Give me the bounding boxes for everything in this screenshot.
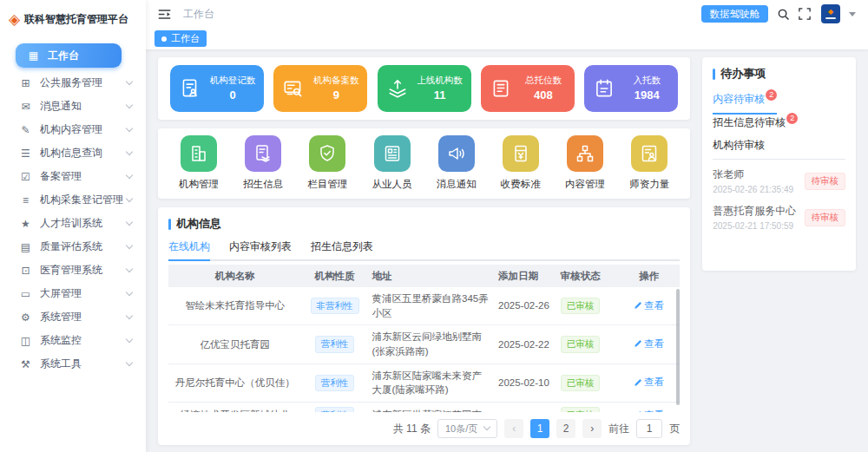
view-link[interactable]: 查看 (634, 408, 664, 412)
app-icon-fees[interactable]: 收费标准 (501, 135, 541, 191)
tab-content-review-list[interactable]: 内容审核列表 (229, 239, 292, 261)
stat-label: 机构备案数 (313, 75, 359, 87)
status-badge: 已审核 (561, 407, 601, 412)
view-link[interactable]: 查看 (634, 375, 664, 390)
tab-content-pending[interactable]: 内容待审核2 (713, 90, 777, 115)
tab-workbench[interactable]: 工作台 (155, 30, 207, 47)
sidebar-item-system-monitor[interactable]: ◫ 系统监控 (0, 329, 146, 352)
sidebar-item-org-collection[interactable]: ≡ 机构采集登记管理 (0, 188, 146, 212)
stat-card-slots: 总托位数 408 (481, 65, 575, 112)
cell-org-name: 经济技术开发区新城幼儿 (168, 403, 302, 412)
teacher-card-icon (639, 143, 660, 164)
fullscreen-icon[interactable] (799, 8, 811, 20)
title-bar-accent (713, 69, 715, 80)
invoice-yuan-icon (510, 143, 531, 164)
sidebar-item-talent-training[interactable]: ★ 人才培训系统 (0, 212, 146, 235)
active-dot-icon (161, 36, 167, 42)
app-icon-teachers[interactable]: 师资力量 (629, 135, 669, 191)
app-icon-staff[interactable]: 从业人员 (372, 135, 412, 191)
pagination-total: 共 11 条 (393, 422, 431, 436)
data-cockpit-button[interactable]: 数据驾驶舱 (701, 5, 769, 23)
view-link[interactable]: 查看 (634, 298, 664, 313)
app-icon-content[interactable]: 内容管理 (565, 135, 605, 191)
gear-icon: ⚙ (19, 311, 32, 324)
col-review-status: 审核状态 (556, 265, 619, 287)
cell-address: 浦东新区云间绿地别墅南(张家浜路南) (368, 325, 495, 364)
newspaper-icon (382, 143, 403, 164)
user-avatar[interactable]: ◆ (821, 4, 840, 23)
cell-date: 2025-02-10 (494, 364, 556, 402)
sidebar: ◈ 联科智慧托育管理平台 ▦ 工作台 ⊞ 公共服务管理 ✉ 消息通知 ✎ 机构内… (0, 0, 146, 452)
app-icon-notification[interactable]: 消息通知 (437, 135, 477, 191)
chevron-down-icon (126, 289, 133, 296)
sidebar-item-org-info-query[interactable]: ☰ 机构信息查询 (0, 141, 146, 165)
grid-icon: ⊞ (19, 77, 32, 89)
todo-item[interactable]: 普惠托育服务中心 2025-02-21 17:50:59 待审核 (713, 196, 845, 233)
tab-org-pending[interactable]: 机构待审核 (713, 136, 765, 159)
megaphone-icon (446, 143, 467, 164)
stat-value: 408 (534, 88, 553, 102)
chevron-down-icon (483, 423, 490, 430)
chevron-down-icon (126, 242, 133, 249)
sidebar-item-medical-care[interactable]: ⊡ 医育管理系统 (0, 259, 146, 282)
cell-date: 2025-02-26 (494, 287, 556, 325)
sidebar-item-system-mgmt[interactable]: ⚙ 系统管理 (0, 305, 146, 329)
sidebar-item-workbench[interactable]: ▦ 工作台 (16, 43, 122, 68)
sidebar-item-filing[interactable]: ☑ 备案管理 (0, 165, 146, 188)
tab-enrollment-pending[interactable]: 招生信息待审核2 (713, 114, 798, 136)
view-link[interactable]: 查看 (634, 337, 664, 351)
todo-item[interactable]: 张老师 2025-02-26 21:35:49 待审核 (713, 160, 845, 196)
monitor-icon: ▭ (19, 288, 32, 300)
nature-badge: 营利性 (315, 375, 355, 391)
sidebar-item-screen-mgmt[interactable]: ▭ 大屏管理 (0, 282, 146, 305)
logo-diamond-icon: ◈ (9, 12, 20, 27)
chevron-down-icon (126, 312, 133, 319)
app-icon-org-mgmt[interactable]: 机构管理 (179, 135, 219, 191)
todo-item-name: 普惠托育服务中心 (713, 204, 796, 219)
table-scrollbar[interactable] (676, 289, 680, 405)
cell-address: 黄浦区五里桥蒙自路345弄小区 (368, 287, 495, 325)
prev-page-button[interactable]: ‹ (504, 419, 523, 438)
table-row: 经济技术开发区新城幼儿 营利性 浦东新区世茂滨江花园南 已审核 查看 (168, 403, 680, 412)
clipboard-icon (593, 77, 615, 100)
status-badge: 已审核 (561, 298, 601, 314)
cell-date: 2025-02-22 (494, 325, 556, 364)
col-org-name: 机构名称 (168, 265, 302, 287)
user-menu-caret-icon[interactable] (849, 12, 856, 16)
page-unit-label: 页 (669, 422, 680, 436)
dashboard-icon: ▦ (27, 49, 40, 62)
stat-label: 总托位数 (525, 75, 562, 87)
chevron-down-icon (126, 102, 133, 108)
sidebar-item-notifications[interactable]: ✉ 消息通知 (0, 95, 146, 118)
org-table: 机构名称 机构性质 地址 添加日期 审核状态 操作 智绘未来托育指导中心 (168, 265, 680, 412)
list-icon: ☰ (19, 147, 32, 160)
page-button-1[interactable]: 1 (530, 419, 549, 438)
sidebar-item-public-service[interactable]: ⊞ 公共服务管理 (0, 71, 146, 95)
todo-item-time: 2025-02-26 21:35:49 (713, 185, 793, 194)
stat-value: 11 (434, 88, 446, 102)
app-icon-column-mgmt[interactable]: 栏目管理 (307, 135, 347, 191)
app-icon-enrollment[interactable]: 招生信息 (243, 135, 283, 191)
doc-stack-icon (253, 143, 273, 164)
sidebar-collapse-icon[interactable] (158, 9, 171, 20)
checkbox-icon: ☑ (19, 171, 32, 183)
stat-card-online: 上线机构数 11 (378, 65, 471, 112)
page-size-select[interactable]: 10条/页 (437, 419, 497, 438)
sidebar-menu: ▦ 工作台 ⊞ 公共服务管理 ✉ 消息通知 ✎ 机构内容管理 ☰ 机构信息查询 … (0, 38, 146, 379)
sidebar-item-system-tools[interactable]: ⚒ 系统工具 (0, 352, 146, 376)
tab-online-orgs[interactable]: 在线机构 (168, 239, 210, 261)
next-page-button[interactable]: › (582, 419, 602, 438)
goto-page-input[interactable] (636, 419, 662, 438)
sidebar-item-org-content[interactable]: ✎ 机构内容管理 (0, 118, 146, 141)
chevron-down-icon (126, 148, 133, 155)
tab-enrollment-list[interactable]: 招生信息列表 (311, 239, 373, 261)
chevron-down-icon (126, 265, 133, 272)
col-actions: 操作 (618, 265, 680, 287)
org-table-viewport: 机构名称 机构性质 地址 添加日期 审核状态 操作 智绘未来托育指导中心 (168, 265, 680, 412)
ledger-book-icon (490, 77, 512, 100)
page-button-2[interactable]: 2 (556, 419, 575, 438)
search-icon[interactable] (777, 8, 790, 21)
sidebar-item-quality-eval[interactable]: ▤ 质量评估系统 (0, 235, 146, 259)
pen-icon: ✎ (19, 124, 32, 136)
top-header: 工作台 数据驾驶舱 ◆ (146, 0, 868, 28)
